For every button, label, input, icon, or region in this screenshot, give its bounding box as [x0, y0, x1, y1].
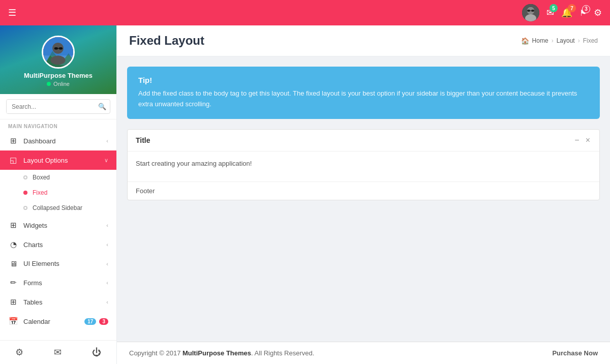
panel: Title − × Start creating your amazing ap… — [127, 129, 600, 200]
profile-avatar — [42, 36, 75, 69]
tip-text: Add the fixed class to the body tag to g… — [138, 88, 589, 110]
svg-rect-5 — [531, 10, 534, 12]
profile-name: MultiPurpose Themes — [24, 72, 93, 79]
footer-mail-icon: ✉ — [54, 347, 62, 358]
sub-label-collapsed: Collapsed Sidebar — [33, 204, 82, 211]
sidebar-item-widgets[interactable]: ⊞ Widgets ‹ — [0, 216, 116, 235]
top-navbar: ☰ ✉ 5 🔔 7 ⚑ 3 — [0, 0, 610, 25]
calendar-icon: 📅 — [8, 317, 18, 326]
panel-title: Title — [136, 136, 150, 144]
sidebar-item-ui-elements[interactable]: 🖥 UI Elements ‹ — [0, 254, 116, 273]
sidebar-search-wrapper: 🔍 — [0, 94, 116, 119]
panel-header: Title − × — [128, 130, 599, 151]
sidebar-item-calendar[interactable]: 📅 Calendar 17 3 — [0, 312, 116, 331]
sidebar-item-label-calendar: Calendar — [23, 318, 81, 325]
gear-icon: ⚙ — [594, 7, 602, 18]
chevron-icon-ui: ‹ — [106, 261, 108, 267]
gear-icon-btn[interactable]: ⚙ — [594, 7, 602, 18]
widgets-icon: ⊞ — [8, 221, 18, 230]
sidebar-item-label-layout: Layout Options — [23, 157, 104, 164]
chevron-icon-tables: ‹ — [106, 299, 108, 305]
tip-title: Tip! — [138, 76, 589, 84]
charts-icon: ◔ — [8, 240, 18, 249]
sidebar-profile: MultiPurpose Themes Online — [0, 25, 116, 94]
sub-dot-fixed — [23, 191, 27, 195]
content-footer: Copyright © 2017 MultiPurpose Themes. Al… — [117, 342, 610, 364]
mail-icon-btn[interactable]: ✉ 5 — [546, 7, 554, 18]
sidebar-item-charts[interactable]: ◔ Charts ‹ — [0, 235, 116, 254]
footer-copyright-text: Copyright © 2017 — [129, 349, 182, 357]
breadcrumb-layout[interactable]: Layout — [557, 37, 575, 44]
sidebar-item-label-forms: Forms — [23, 279, 106, 287]
sidebar-item-layout-options[interactable]: ◱ Layout Options ∨ — [0, 150, 116, 170]
chevron-icon-forms: ‹ — [106, 280, 108, 286]
sidebar-item-tables[interactable]: ⊞ Tables ‹ — [0, 292, 116, 312]
breadcrumb: 🏠 Home › Layout › Fixed — [521, 37, 598, 45]
bell-icon-btn[interactable]: 🔔 7 — [561, 7, 572, 18]
breadcrumb-sep-1: › — [552, 37, 554, 44]
panel-body: Start creating your amazing application! — [128, 151, 599, 181]
sidebar-item-label-tables: Tables — [23, 298, 106, 306]
breadcrumb-current: Fixed — [583, 37, 598, 44]
status-dot — [47, 82, 51, 86]
dashboard-icon: ⊞ — [8, 136, 18, 145]
sidebar-item-label-widgets: Widgets — [23, 222, 106, 229]
sidebar-item-dashboard[interactable]: ⊞ Dashboard ‹ — [0, 131, 116, 150]
page-title: Fixed Layout — [129, 34, 204, 48]
footer-mail-button[interactable]: ✉ — [54, 347, 62, 358]
chevron-down-icon: ∨ — [104, 157, 108, 164]
calendar-badge-blue: 17 — [84, 318, 96, 325]
layout-options-icon: ◱ — [8, 156, 18, 165]
hamburger-icon[interactable]: ☰ — [8, 7, 16, 18]
nav-section-label: MAIN NAVIGATION — [0, 119, 116, 131]
sub-dot-collapsed — [23, 206, 27, 210]
content-body: Tip! Add the fixed class to the body tag… — [117, 56, 610, 342]
sidebar-sub-item-fixed[interactable]: Fixed — [0, 185, 116, 200]
panel-content: Start creating your amazing application! — [136, 160, 591, 167]
panel-minimize-button[interactable]: − — [573, 136, 580, 145]
svg-rect-4 — [527, 10, 530, 12]
sidebar-sub-item-collapsed[interactable]: Collapsed Sidebar — [0, 200, 116, 216]
tables-icon: ⊞ — [8, 297, 18, 307]
main-layout: MultiPurpose Themes Online 🔍 MAIN NAVIGA… — [0, 25, 610, 364]
mail-badge: 5 — [550, 4, 558, 12]
panel-close-button[interactable]: × — [585, 136, 591, 145]
panel-footer: Footer — [128, 181, 599, 200]
sidebar-item-forms[interactable]: ✏ Forms ‹ — [0, 273, 116, 292]
footer-brand: MultiPurpose Themes — [182, 349, 251, 357]
ui-elements-icon: 🖥 — [8, 259, 18, 268]
profile-status: Online — [47, 81, 70, 87]
breadcrumb-home[interactable]: Home — [532, 37, 548, 44]
home-icon: 🏠 — [521, 37, 529, 45]
avatar[interactable] — [522, 4, 539, 21]
calendar-badge-red: 3 — [99, 318, 108, 325]
sidebar-sub-item-boxed[interactable]: Boxed — [0, 170, 116, 185]
sidebar-item-label-charts: Charts — [23, 241, 106, 249]
footer-settings-button[interactable]: ⚙ — [15, 347, 23, 358]
sidebar-item-label-ui: UI Elements — [23, 260, 106, 267]
sidebar: MultiPurpose Themes Online 🔍 MAIN NAVIGA… — [0, 25, 117, 364]
content-area: Fixed Layout 🏠 Home › Layout › Fixed Tip… — [117, 25, 610, 364]
sub-label-fixed: Fixed — [33, 189, 47, 196]
breadcrumb-sep-2: › — [578, 37, 580, 44]
flag-icon-btn[interactable]: ⚑ 3 — [580, 8, 587, 18]
footer-power-icon: ⏻ — [92, 347, 101, 358]
svg-rect-14 — [59, 47, 63, 50]
search-box: 🔍 — [6, 99, 110, 114]
purchase-link[interactable]: Purchase Now — [552, 349, 598, 357]
navbar-left: ☰ — [8, 7, 16, 18]
status-text: Online — [53, 81, 70, 87]
bell-badge: 7 — [568, 4, 576, 12]
sidebar-item-label-dashboard: Dashboard — [23, 137, 106, 145]
flag-badge: 3 — [582, 5, 590, 13]
navbar-right: ✉ 5 🔔 7 ⚑ 3 ⚙ — [522, 4, 602, 21]
search-button[interactable]: 🔍 — [93, 100, 110, 113]
chevron-icon: ‹ — [106, 138, 108, 144]
content-header: Fixed Layout 🏠 Home › Layout › Fixed — [117, 25, 610, 56]
sub-dot-boxed — [23, 175, 27, 179]
sidebar-footer: ⚙ ✉ ⏻ — [0, 340, 116, 364]
search-input[interactable] — [7, 100, 93, 113]
chevron-icon-widgets: ‹ — [106, 222, 108, 228]
sub-label-boxed: Boxed — [33, 174, 50, 181]
footer-power-button[interactable]: ⏻ — [92, 347, 101, 358]
